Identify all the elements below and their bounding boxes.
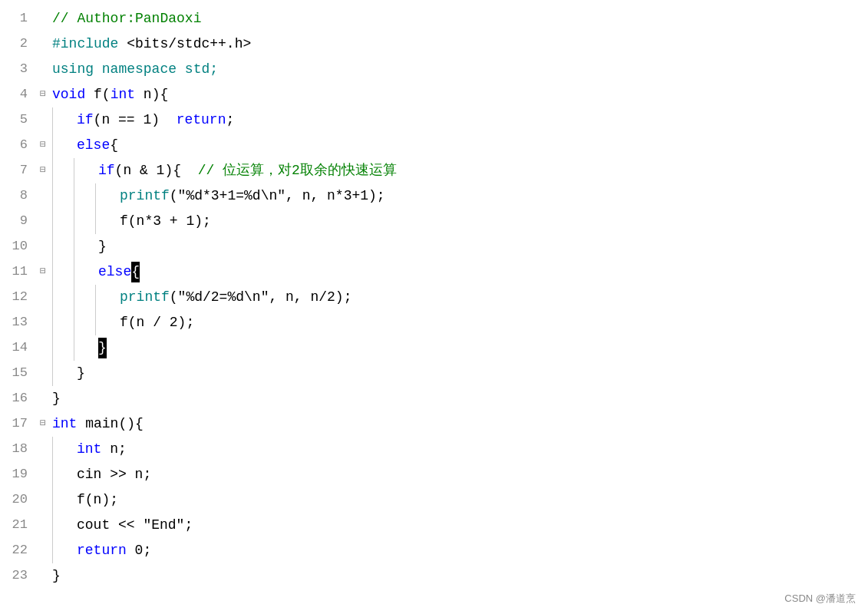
code-line: 16} — [0, 386, 868, 411]
line-number: 1 — [0, 8, 37, 28]
plain-text: } — [77, 365, 85, 381]
fold-icon[interactable]: ⊟ — [37, 264, 49, 279]
fold-icon[interactable]: ⊟ — [37, 137, 49, 153]
indent-guides — [49, 183, 117, 209]
code-text: f(n); — [74, 490, 868, 511]
indent-guide-line — [52, 158, 53, 183]
code-line: 10} — [0, 234, 868, 259]
code-text: return 0; — [74, 540, 868, 562]
fold-icon[interactable]: ⊟ — [37, 416, 49, 431]
kw-teal-text: printf — [120, 188, 170, 203]
indent-guide-line — [52, 234, 53, 259]
line-number: 19 — [0, 464, 37, 484]
code-text: void f(int n){ — [49, 84, 868, 106]
indent-guide-line — [74, 183, 74, 209]
plain-text: f(n*3 + 1); — [120, 213, 211, 229]
fold-icon[interactable]: ⊟ — [37, 163, 49, 178]
plain-text: } — [52, 568, 61, 583]
code-line: 15} — [0, 361, 868, 386]
code-text: } — [95, 338, 868, 359]
indent-guides — [49, 513, 74, 538]
indent-guides — [49, 361, 74, 386]
code-line: 12printf("%d/2=%d\n", n, n/2); — [0, 285, 868, 310]
indent-guide-line — [74, 209, 74, 234]
plain-text: 0; — [127, 543, 151, 558]
plain-text: f( — [85, 87, 110, 102]
code-text: printf("%d/2=%d\n", n, n/2); — [117, 287, 868, 309]
code-text: #include <bits/stdc++.h> — [49, 34, 868, 55]
code-line: 5if(n == 1) return; — [0, 107, 868, 133]
code-text: // Author:PanDaoxi — [49, 8, 868, 30]
kw-blue-text: if — [77, 112, 94, 127]
indent-guide-line — [52, 133, 53, 158]
kw-blue-text: int — [111, 87, 135, 102]
kw-blue-text: else — [77, 137, 110, 153]
code-line: 17⊟int main(){ — [0, 411, 868, 437]
code-line: 13f(n / 2); — [0, 310, 868, 335]
kw-teal-text: #include — [52, 36, 127, 51]
indent-guide-line — [74, 234, 74, 259]
line-number: 10 — [0, 236, 37, 256]
line-number: 4 — [0, 84, 37, 104]
plain-text: ("%d/2=%d\n", n, n/2); — [170, 289, 352, 305]
code-text: } — [49, 388, 868, 410]
line-number: 21 — [0, 515, 37, 535]
line-number: 12 — [0, 287, 37, 307]
plain-text: cout << "End"; — [77, 517, 193, 533]
line-number: 11 — [0, 262, 37, 282]
indent-guide-line — [52, 513, 53, 538]
code-line: 1// Author:PanDaoxi — [0, 6, 868, 31]
indent-guide-line — [95, 285, 96, 310]
plain-text: n){ — [135, 87, 168, 102]
indent-guides — [49, 285, 117, 310]
code-text: else{ — [74, 135, 868, 157]
indent-guide-line — [52, 462, 53, 487]
indent-guide-line — [52, 538, 53, 563]
indent-guide-line — [74, 335, 74, 361]
cursor-char: } — [98, 338, 107, 359]
indent-guide-line — [74, 310, 74, 335]
indent-guides — [49, 259, 95, 285]
code-line: 7⊟if(n & 1){ // 位运算，对2取余的快速运算 — [0, 158, 868, 183]
indent-guides — [49, 209, 117, 234]
watermark-label: CSDN @潘道烹 — [784, 591, 856, 606]
code-editor: 1// Author:PanDaoxi2#include <bits/stdc+… — [0, 0, 868, 614]
line-number: 20 — [0, 490, 37, 510]
line-number: 3 — [0, 59, 37, 79]
plain-text: } — [98, 239, 107, 254]
indent-guide-line — [74, 158, 74, 183]
indent-guide-line — [52, 361, 53, 386]
cursor-char: { — [131, 262, 140, 283]
indent-guide-line — [52, 437, 53, 462]
fold-icon[interactable]: ⊟ — [37, 87, 49, 102]
indent-guides — [49, 158, 95, 183]
indent-guide-line — [95, 310, 96, 335]
code-text: } — [49, 566, 868, 587]
code-line: 19cin >> n; — [0, 462, 868, 487]
plain-text: (n & 1){ — [115, 163, 198, 178]
indent-guides — [49, 437, 74, 462]
line-number: 18 — [0, 439, 37, 459]
code-text: cout << "End"; — [74, 515, 868, 536]
kw-blue-text: if — [98, 163, 115, 178]
code-text: f(n*3 + 1); — [117, 211, 868, 233]
code-text: int main(){ — [49, 414, 868, 435]
kw-teal-text: using namespace std; — [52, 61, 218, 77]
code-text: f(n / 2); — [117, 312, 868, 334]
indent-guides — [49, 107, 74, 133]
line-number: 22 — [0, 540, 37, 560]
indent-guide-line — [52, 335, 53, 361]
plain-text: } — [52, 391, 61, 406]
indent-guide-line — [52, 209, 53, 234]
line-number: 16 — [0, 388, 37, 408]
code-text: using namespace std; — [49, 59, 868, 81]
line-number: 7 — [0, 160, 37, 180]
plain-text: ("%d*3+1=%d\n", n, n*3+1); — [170, 188, 385, 203]
code-text: printf("%d*3+1=%d\n", n, n*3+1); — [117, 186, 868, 207]
code-line: 22return 0; — [0, 538, 868, 563]
indent-guides — [49, 487, 74, 513]
indent-guides — [49, 462, 74, 487]
indent-guide-line — [95, 209, 96, 234]
plain-text: cin >> n; — [77, 467, 151, 482]
code-text: } — [95, 236, 868, 258]
